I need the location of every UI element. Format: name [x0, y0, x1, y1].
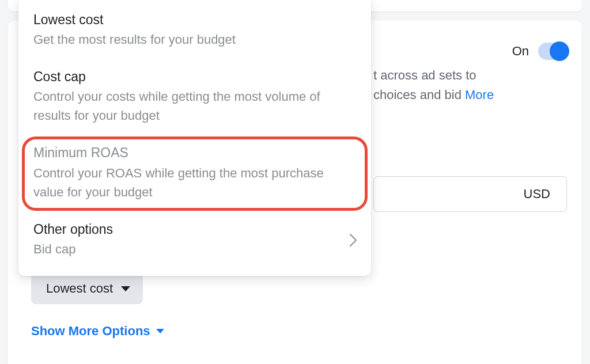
show-more-options-link[interactable]: Show More Options: [31, 324, 164, 339]
optimization-toggle-row: On: [512, 43, 568, 60]
chevron-right-icon: [349, 233, 357, 247]
show-more-label: Show More Options: [31, 324, 150, 339]
currency-code: USD: [524, 187, 550, 202]
description-line2: choices and bid: [373, 88, 462, 102]
menu-item-cost-cap[interactable]: Cost cap Control your costs while gettin…: [18, 59, 371, 135]
optimization-toggle[interactable]: [538, 43, 568, 60]
budget-input-row[interactable]: USD: [373, 176, 567, 212]
menu-item-title: Minimum ROAS: [33, 143, 356, 162]
bid-strategy-selected-label: Lowest cost: [46, 281, 113, 296]
bid-strategy-menu: Lowest cost Get the most results for you…: [18, 0, 371, 276]
learn-more-link[interactable]: More: [465, 88, 494, 102]
menu-item-title: Lowest cost: [33, 10, 356, 29]
menu-item-desc: Control your costs while getting the mos…: [33, 87, 356, 125]
menu-item-desc: Bid cap: [33, 240, 356, 259]
menu-item-title: Other options: [33, 220, 356, 238]
description-line1: t across ad sets to: [373, 68, 476, 82]
description-text: t across ad sets to choices and bid More: [373, 66, 567, 105]
caret-down-icon: [156, 329, 164, 333]
toggle-label: On: [512, 44, 529, 59]
bid-strategy-dropdown[interactable]: Lowest cost: [31, 273, 143, 304]
menu-item-minimum-roas[interactable]: Minimum ROAS Control your ROAS while get…: [18, 135, 371, 211]
toggle-knob: [550, 41, 569, 61]
menu-item-lowest-cost[interactable]: Lowest cost Get the most results for you…: [18, 0, 371, 59]
caret-down-icon: [121, 286, 130, 291]
menu-item-desc: Control your ROAS while getting the most…: [33, 164, 356, 202]
menu-item-other-options[interactable]: Other options Bid cap: [18, 212, 371, 269]
menu-item-desc: Get the most results for your budget: [33, 30, 356, 49]
menu-item-title: Cost cap: [33, 67, 356, 86]
